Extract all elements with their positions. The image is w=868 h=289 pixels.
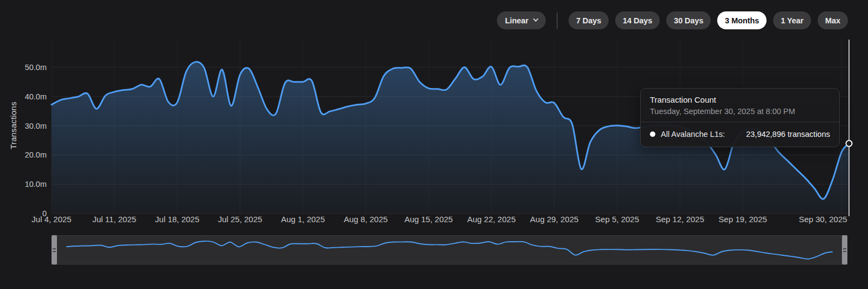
range-button-1-year[interactable]: 1 Year	[773, 11, 811, 29]
range-button-max[interactable]: Max	[818, 11, 848, 29]
range-button-14-days[interactable]: 14 Days	[615, 11, 660, 29]
range-navigator[interactable]	[52, 235, 847, 265]
transactions-chart-panel: Linear 7 Days 14 Days 30 Days 3 Months 1…	[0, 0, 868, 289]
navigator-right-handle[interactable]	[842, 235, 847, 265]
crosshair-marker	[846, 141, 852, 147]
y-tick-label: 20.0m	[0, 150, 47, 160]
x-tick-label: Sep 19, 2025	[719, 215, 767, 224]
x-axis: Jul 4, 2025Jul 11, 2025Jul 18, 2025Jul 2…	[52, 215, 849, 225]
scale-selector-label: Linear	[505, 16, 528, 25]
x-tick-label: Jul 18, 2025	[155, 215, 200, 224]
navigator-grip-icon	[53, 247, 56, 254]
tooltip-divider	[641, 122, 839, 122]
x-tick-label: Aug 8, 2025	[344, 215, 388, 224]
y-tick-label: 50.0m	[0, 62, 47, 72]
range-button-30-days[interactable]: 30 Days	[666, 11, 711, 29]
tooltip-date: Tuesday, September 30, 2025 at 8:00 PM	[650, 106, 830, 117]
y-tick-label: 10.0m	[0, 179, 47, 189]
chevron-down-icon	[533, 16, 538, 22]
tooltip-series-value: 23,942,896 transactions	[746, 130, 830, 139]
y-tick-label: 30.0m	[0, 121, 47, 131]
x-tick-label: Aug 29, 2025	[530, 215, 578, 224]
range-button-3-months[interactable]: 3 Months	[717, 11, 767, 29]
x-tick-label: Sep 30, 2025	[799, 215, 847, 224]
x-tick-label: Sep 12, 2025	[656, 215, 704, 224]
toolbar-divider	[557, 12, 558, 29]
tooltip-title: Transaction Count	[650, 95, 830, 105]
x-tick-label: Aug 22, 2025	[467, 215, 515, 224]
navigator-grip-icon	[843, 247, 846, 254]
chart-toolbar: Linear 7 Days 14 Days 30 Days 3 Months 1…	[497, 11, 848, 29]
y-tick-label: 40.0m	[0, 92, 47, 102]
series-dot-icon	[650, 131, 655, 137]
x-tick-label: Aug 15, 2025	[404, 215, 452, 224]
x-tick-label: Sep 5, 2025	[595, 215, 639, 224]
navigator-series-line	[66, 241, 833, 259]
x-tick-label: Jul 25, 2025	[218, 215, 263, 224]
tooltip-series-row: All Avalanche L1s: 23,942,896 transactio…	[650, 128, 830, 140]
scale-selector[interactable]: Linear	[497, 11, 546, 29]
chart-tooltip: Transaction Count Tuesday, September 30,…	[640, 88, 840, 147]
x-tick-label: Aug 1, 2025	[281, 215, 325, 224]
navigator-left-handle[interactable]	[52, 235, 57, 265]
range-button-7-days[interactable]: 7 Days	[569, 11, 609, 29]
x-tick-label: Jul 11, 2025	[93, 215, 137, 224]
tooltip-series-label: All Avalanche L1s:	[661, 130, 725, 139]
navigator-chart[interactable]	[52, 236, 847, 264]
x-tick-label: Jul 4, 2025	[31, 215, 71, 224]
